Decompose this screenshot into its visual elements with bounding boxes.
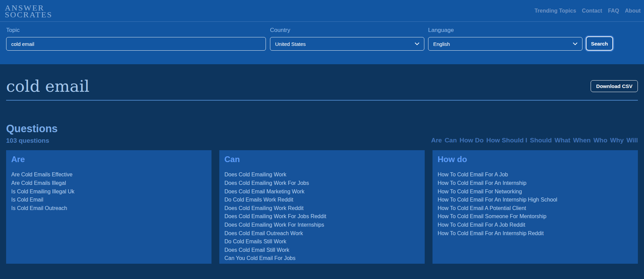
question-link[interactable]: How To Cold Email For A Job (438, 171, 631, 179)
filter-link[interactable]: Can (445, 137, 457, 144)
question-link[interactable]: How To Cold Email For An Internship High… (438, 196, 631, 204)
question-link[interactable]: How To Cold Email A Potential Client (438, 204, 631, 213)
title-row: cold email Download CSV (6, 64, 638, 94)
search-button[interactable]: Search (586, 36, 613, 51)
language-label: Language (428, 27, 582, 34)
title-divider (6, 100, 638, 101)
question-link[interactable]: Do Cold Emails Still Work (224, 238, 418, 246)
card-heading: Are (11, 154, 205, 164)
filter-link[interactable]: Are (431, 137, 442, 144)
logo-line-2: SOCRATES (5, 11, 52, 18)
question-link[interactable]: Can You Cold Email For Jobs (224, 254, 418, 263)
question-link[interactable]: How To Cold Email Someone For Mentorship (438, 212, 631, 221)
question-link[interactable]: Is Cold Email (11, 196, 205, 204)
question-link[interactable]: Does Cold Email Outreach Work (224, 229, 418, 238)
question-link[interactable]: Does Cold Emailing Work For Jobs Reddit (224, 212, 418, 221)
top-navigation-bar: ANSWER SOCRATES Trending TopicsContactFA… (0, 0, 644, 22)
card-heading: Can (224, 154, 418, 164)
question-link[interactable]: Are Cold Emails Effective (11, 171, 205, 179)
question-link[interactable]: Are Cold Emails Illegal (11, 179, 205, 188)
chevron-down-icon (415, 42, 419, 46)
nav-link[interactable]: About (625, 8, 641, 14)
country-selected-value: United States (275, 41, 306, 47)
question-link[interactable]: How To Cold Email For A Job Reddit (438, 221, 631, 229)
language-field-group: Language English (428, 27, 582, 51)
filter-link[interactable]: Why (610, 137, 624, 144)
question-card-can: Can Does Cold Emailing WorkDoes Cold Ema… (219, 150, 425, 264)
question-link[interactable]: How To Cold Email For Networking (438, 188, 631, 196)
country-field-group: Country United States (270, 27, 424, 51)
questions-heading: Questions (6, 123, 58, 135)
question-list: Does Cold Emailing WorkDoes Cold Emailin… (224, 171, 418, 263)
country-label: Country (270, 27, 424, 34)
question-link[interactable]: How To Cold Email For An Internship Redd… (438, 229, 631, 238)
filter-link[interactable]: How Do (460, 137, 484, 144)
filter-link[interactable]: Will (626, 137, 638, 144)
topic-field-group: Topic (6, 27, 266, 51)
question-link[interactable]: Does Cold Emailing Work For Internships (224, 221, 418, 229)
questions-title-block: Questions 103 questions (6, 123, 58, 144)
nav-link[interactable]: FAQ (608, 8, 619, 14)
card-heading: How do (438, 154, 631, 164)
question-list: How To Cold Email For A JobHow To Cold E… (438, 171, 631, 238)
chevron-down-icon (573, 42, 577, 46)
question-list: Are Cold Emails EffectiveAre Cold Emails… (11, 171, 205, 212)
question-link[interactable]: Does Cold Email Marketing Work (224, 188, 418, 196)
topic-input[interactable] (6, 37, 266, 51)
language-select[interactable]: English (428, 37, 582, 51)
questions-header: Questions 103 questions AreCanHow DoHow … (6, 123, 638, 144)
main-content: cold email Download CSV Questions 103 qu… (0, 64, 644, 264)
top-nav-links: Trending TopicsContactFAQAbout (535, 8, 641, 14)
filter-link[interactable]: What (555, 137, 570, 144)
topic-label: Topic (6, 27, 266, 34)
question-filters: AreCanHow DoHow Should IShouldWhatWhenWh… (431, 137, 638, 144)
download-csv-button[interactable]: Download CSV (591, 80, 638, 92)
site-logo[interactable]: ANSWER SOCRATES (5, 4, 52, 18)
page-title: cold email (6, 78, 89, 94)
questions-count: 103 questions (6, 137, 58, 144)
question-link[interactable]: Is Cold Emailing Illegal Uk (11, 188, 205, 196)
search-section: Topic Country United States Language Eng… (0, 22, 644, 64)
question-link[interactable]: Do Cold Emails Work Reddit (224, 196, 418, 204)
question-link[interactable]: Is Cold Email Outreach (11, 204, 205, 213)
question-card-how-do: How do How To Cold Email For A JobHow To… (433, 150, 638, 264)
question-link[interactable]: Does Cold Emailing Work Reddit (224, 204, 418, 213)
country-select[interactable]: United States (270, 37, 424, 51)
question-link[interactable]: Does Cold Emailing Work (224, 171, 418, 179)
question-cards-grid: Are Are Cold Emails EffectiveAre Cold Em… (6, 150, 638, 264)
nav-link[interactable]: Trending Topics (535, 8, 576, 14)
language-selected-value: English (433, 41, 450, 47)
filter-link[interactable]: How Should I (486, 137, 527, 144)
question-link[interactable]: How To Cold Email For An Internship (438, 179, 631, 188)
filter-link[interactable]: Should (530, 137, 552, 144)
filter-link[interactable]: Who (593, 137, 607, 144)
question-card-are: Are Are Cold Emails EffectiveAre Cold Em… (6, 150, 211, 264)
nav-link[interactable]: Contact (582, 8, 602, 14)
question-link[interactable]: Does Cold Emailing Work For Jobs (224, 179, 418, 188)
question-link[interactable]: Does Cold Email Still Work (224, 246, 418, 255)
filter-link[interactable]: When (573, 137, 591, 144)
